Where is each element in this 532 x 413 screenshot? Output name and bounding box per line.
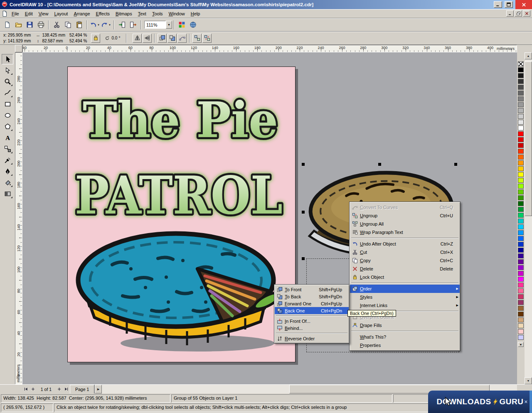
color-swatch[interactable] bbox=[518, 224, 524, 229]
maximize-button[interactable] bbox=[505, 1, 513, 8]
new-button[interactable] bbox=[2, 20, 12, 30]
context-menu-item-internet-links[interactable]: Internet Links▶ bbox=[350, 301, 460, 310]
menubar-item-tools[interactable]: Tools bbox=[149, 10, 166, 17]
mdi-restore-button[interactable] bbox=[515, 10, 522, 17]
color-swatch[interactable] bbox=[518, 207, 524, 212]
save-button[interactable] bbox=[24, 20, 35, 30]
context-menu-item-convert-to-curves[interactable]: Convert To CurvesCtrl+Q bbox=[350, 203, 460, 211]
ruler-origin-button[interactable] bbox=[15, 45, 22, 52]
color-swatch[interactable] bbox=[518, 73, 524, 78]
color-swatch[interactable] bbox=[518, 85, 524, 90]
zoom-dropdown-icon[interactable]: ▼ bbox=[166, 21, 172, 29]
scroll-down-button[interactable]: ▼ bbox=[525, 377, 532, 384]
freehand-tool[interactable] bbox=[2, 88, 13, 98]
color-swatch[interactable] bbox=[518, 288, 524, 293]
color-swatch[interactable] bbox=[518, 114, 524, 119]
polygon-tool[interactable] bbox=[2, 121, 13, 132]
object-height-field[interactable]: 82.587 mm bbox=[42, 39, 63, 43]
order-submenu-item-back-one[interactable]: Back OneCtrl+PgDn bbox=[275, 307, 349, 314]
add-page-after-button[interactable] bbox=[56, 385, 63, 393]
to-back-button[interactable] bbox=[167, 34, 177, 43]
last-page-button[interactable] bbox=[63, 385, 70, 393]
import-button[interactable] bbox=[116, 20, 127, 30]
color-swatch[interactable] bbox=[518, 120, 524, 125]
color-swatch[interactable] bbox=[518, 160, 524, 165]
color-swatch[interactable] bbox=[518, 172, 524, 177]
color-swatch[interactable] bbox=[518, 271, 524, 276]
color-swatch[interactable] bbox=[518, 335, 524, 340]
color-swatch[interactable] bbox=[518, 102, 524, 107]
color-swatch[interactable] bbox=[518, 300, 524, 305]
color-swatch[interactable] bbox=[518, 125, 524, 130]
color-swatch[interactable] bbox=[518, 277, 524, 282]
order-submenu-item-reverse-order[interactable]: Reverse Order bbox=[275, 335, 349, 342]
color-swatch[interactable] bbox=[518, 283, 524, 288]
cut-button[interactable] bbox=[51, 20, 62, 30]
context-menu-item-order[interactable]: Order▶ bbox=[350, 285, 460, 293]
color-swatch[interactable] bbox=[518, 131, 524, 136]
selection-handle[interactable] bbox=[302, 257, 305, 260]
corel-online-button[interactable] bbox=[187, 20, 198, 30]
color-swatch[interactable] bbox=[518, 108, 524, 113]
rectangle-tool[interactable] bbox=[2, 99, 13, 109]
mirror-vertical-button[interactable] bbox=[143, 34, 152, 43]
proportional-scale-lock-button[interactable] bbox=[91, 34, 100, 43]
convert-to-curves-button[interactable] bbox=[177, 34, 187, 43]
context-menu-item-properties[interactable]: Properties bbox=[350, 341, 460, 349]
print-button[interactable] bbox=[35, 20, 46, 30]
minimize-button[interactable] bbox=[494, 1, 502, 8]
color-swatch[interactable] bbox=[518, 143, 524, 148]
menubar-item-text[interactable]: Text bbox=[135, 10, 149, 17]
menubar-item-bitmaps[interactable]: Bitmaps bbox=[113, 10, 135, 17]
scroll-right-button[interactable]: ▶ bbox=[95, 385, 102, 393]
menubar-item-window[interactable]: Window bbox=[166, 10, 188, 17]
color-swatch[interactable] bbox=[518, 294, 524, 299]
order-submenu-item-behind[interactable]: Behind... bbox=[275, 324, 349, 332]
selection-handle[interactable] bbox=[454, 163, 457, 166]
interactive-fill-tool[interactable] bbox=[2, 189, 13, 199]
menubar-item-layout[interactable]: Layout bbox=[51, 10, 71, 17]
paste-button[interactable] bbox=[74, 20, 84, 30]
artwork-title-group[interactable]: The Pie bbox=[76, 79, 284, 154]
eyedropper-tool[interactable] bbox=[2, 155, 13, 165]
undo-dropdown-icon[interactable]: ▼ bbox=[97, 24, 100, 26]
vertical-ruler[interactable]: millimeters 2802602402202001801601401201… bbox=[15, 52, 22, 384]
color-swatch[interactable] bbox=[518, 317, 524, 322]
menubar-item-view[interactable]: View bbox=[36, 10, 52, 17]
page-tab[interactable]: Page 1 bbox=[70, 385, 94, 393]
color-swatch[interactable] bbox=[518, 79, 524, 84]
application-launcher-button[interactable] bbox=[176, 20, 187, 30]
color-swatch[interactable] bbox=[518, 201, 524, 206]
context-menu-item-wrap-paragraph-text[interactable]: Wrap Paragraph Text bbox=[350, 228, 460, 236]
color-swatch[interactable] bbox=[518, 236, 524, 241]
color-swatch[interactable] bbox=[518, 312, 524, 317]
mirror-horizontal-button[interactable] bbox=[133, 34, 142, 43]
selection-handle[interactable] bbox=[302, 163, 305, 166]
interactive-blend-tool[interactable] bbox=[2, 144, 13, 154]
color-swatch[interactable] bbox=[518, 96, 524, 101]
selection-handle[interactable] bbox=[302, 211, 305, 214]
shape-tool[interactable] bbox=[2, 65, 13, 76]
scale-vertical-field[interactable]: 52.494 bbox=[69, 39, 82, 43]
color-swatch[interactable] bbox=[518, 155, 524, 160]
ungroup-button[interactable] bbox=[202, 34, 212, 43]
color-swatch[interactable] bbox=[518, 213, 524, 218]
artwork-title-line2[interactable]: PATROL bbox=[75, 165, 283, 226]
context-menu-item-ungroup[interactable]: UngroupCtrl+U bbox=[350, 211, 460, 220]
mdi-close-button[interactable] bbox=[523, 10, 530, 17]
position-x-field[interactable]: 295.905 mm bbox=[8, 33, 31, 37]
context-menu-item-delete[interactable]: DeleteDelete bbox=[350, 265, 460, 273]
scroll-up-button[interactable]: ▲ bbox=[525, 52, 532, 59]
color-swatch[interactable] bbox=[518, 265, 524, 270]
vertical-scroll-thumb[interactable] bbox=[525, 61, 532, 216]
zoom-tool[interactable] bbox=[2, 76, 13, 87]
color-swatch[interactable] bbox=[518, 259, 524, 264]
rotation-angle-field[interactable]: 0.0 bbox=[111, 36, 117, 40]
open-button[interactable] bbox=[13, 20, 24, 30]
context-menu-item-cut[interactable]: CutCtrl+X bbox=[350, 248, 460, 256]
to-front-button[interactable] bbox=[158, 34, 167, 43]
export-button[interactable] bbox=[128, 20, 138, 30]
context-menu-item-undo-after-object[interactable]: Undo After ObjectCtrl+Z bbox=[350, 240, 460, 248]
menubar-item-effects[interactable]: Effects bbox=[93, 10, 113, 17]
scale-horizontal-field[interactable]: 52.494 bbox=[69, 33, 82, 37]
